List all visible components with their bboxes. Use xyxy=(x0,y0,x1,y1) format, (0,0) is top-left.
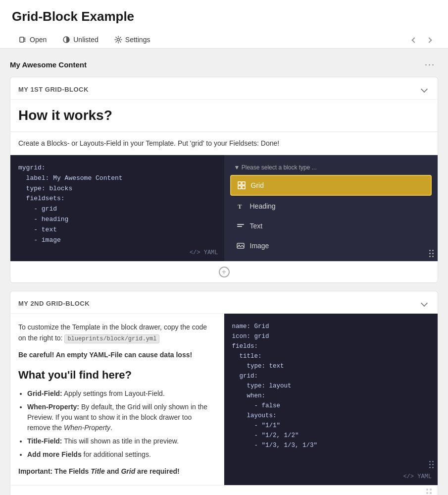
block1-card: My 1st Grid-Block How it works? Create a… xyxy=(10,77,438,283)
next-button[interactable] xyxy=(422,31,436,48)
b2-code-5: type: text xyxy=(232,361,430,371)
drag-dot xyxy=(432,256,434,257)
open-icon xyxy=(19,36,27,44)
drag-dot xyxy=(430,489,432,491)
block2-path: blueprints/block/grid.yml xyxy=(64,334,159,343)
block1-two-col: mygrid: label: My Awesome Content type: … xyxy=(10,155,438,261)
block1-collapse-button[interactable] xyxy=(419,84,430,94)
svg-rect-6 xyxy=(242,186,245,189)
settings-button[interactable]: Settings xyxy=(107,32,157,48)
unlisted-button[interactable]: Unlisted xyxy=(55,32,105,48)
b2-code-12: - "1/2, 1/2" xyxy=(232,431,430,440)
block2-important: Important: The Fields Title and Grid are… xyxy=(18,466,216,477)
b2-code-3: fields: xyxy=(232,341,430,351)
drag-dot xyxy=(426,492,428,494)
code-line-6: - heading xyxy=(18,215,216,225)
ui-item-grid[interactable]: Grid xyxy=(230,175,432,196)
drag-dot xyxy=(430,492,432,494)
open-label: Open xyxy=(30,36,47,44)
b2-code-11: - "1/1" xyxy=(232,421,430,431)
block2-sub-heading: What you'il find here? xyxy=(18,366,216,384)
svg-rect-8 xyxy=(237,224,244,225)
ui-item-heading[interactable]: T Heading xyxy=(230,197,432,216)
ui-item-image[interactable]: Image xyxy=(230,236,432,255)
block2-code-panel: name: Grid icon: grid fields: title: typ… xyxy=(224,314,438,485)
code-line-2: label: My Awesome Content xyxy=(18,173,216,184)
b2-code-9: - false xyxy=(232,401,430,411)
ui-item-text-label: Text xyxy=(250,222,263,230)
ui-item-text[interactable]: Text xyxy=(230,217,432,235)
svg-rect-5 xyxy=(238,186,241,189)
block1-description: Create a Blocks- or Layouts-Field in you… xyxy=(10,132,438,155)
drag-dot xyxy=(429,253,431,254)
code-line-3: type: blocks xyxy=(18,184,216,194)
block1-heading: How it works? xyxy=(18,108,430,123)
ui-item-image-label: Image xyxy=(250,242,269,250)
drag-dot xyxy=(429,467,431,468)
b2-code-6: grid: xyxy=(232,371,430,381)
block1-title: My 1st Grid-Block xyxy=(18,86,89,93)
block2-header: My 2nd Grid-Block xyxy=(10,291,438,314)
drag-dot xyxy=(432,464,434,465)
block2-warning: Be careful! An empty YAML-File can cause… xyxy=(18,349,216,360)
block2-intro: To customize the Template in the block d… xyxy=(18,322,216,344)
chevron-left-icon xyxy=(411,37,417,43)
drag-dot xyxy=(432,461,434,462)
block1-code-panel: mygrid: label: My Awesome Content type: … xyxy=(10,155,224,261)
drag-dot xyxy=(429,461,431,462)
chevron-down-icon-2 xyxy=(421,300,428,307)
add-block-button-1[interactable]: + xyxy=(10,261,438,282)
yaml-tag-2: </> YAML xyxy=(403,473,432,480)
prev-button[interactable] xyxy=(407,31,421,48)
block2-card: My 2nd Grid-Block To customize the Templ… xyxy=(10,291,438,495)
bullet-add-fields: Add more Fields for additional settings. xyxy=(27,449,216,460)
section-title: My Awesome Content xyxy=(10,60,87,69)
drag-dot xyxy=(429,464,431,465)
block2-title: My 2nd Grid-Block xyxy=(18,300,90,307)
page-title: Grid-Block Example xyxy=(12,9,134,24)
ui-item-heading-label: Heading xyxy=(250,202,276,210)
ui-item-grid-label: Grid xyxy=(251,181,264,189)
block1-ui-panel: ▼ Please select a block type ... Grid xyxy=(224,155,438,261)
chevron-right-icon xyxy=(426,37,432,43)
nav-arrows xyxy=(407,31,436,48)
svg-rect-0 xyxy=(20,37,24,42)
chevron-down-icon xyxy=(421,86,428,93)
svg-text:T: T xyxy=(238,203,242,210)
b2-code-4: title: xyxy=(232,351,430,361)
drag-dot xyxy=(429,256,431,257)
block2-two-col: To customize the Template in the block d… xyxy=(10,314,438,485)
code-line-8: - image xyxy=(18,235,216,246)
yaml-tag-1: </> YAML xyxy=(190,249,218,256)
unlisted-label: Unlisted xyxy=(73,36,99,44)
drag-dot xyxy=(432,250,434,251)
svg-rect-9 xyxy=(237,226,242,227)
drag-handle-3[interactable] xyxy=(426,489,432,495)
drag-handle-1[interactable] xyxy=(429,250,434,257)
image-icon xyxy=(236,241,245,250)
b2-code-7: type: layout xyxy=(232,381,430,391)
code-line-4: fieldsets: xyxy=(18,194,216,204)
plus-circle-icon: + xyxy=(219,267,230,277)
drag-dot xyxy=(432,467,434,468)
block2-left: To customize the Template in the block d… xyxy=(10,314,224,485)
block2-drag-row xyxy=(10,485,438,495)
bullet-grid-field: Grid-Field: Apply settings from Layout-F… xyxy=(27,388,216,399)
drag-handle-2[interactable] xyxy=(429,461,434,468)
svg-rect-3 xyxy=(238,182,241,185)
gear-icon xyxy=(114,36,122,44)
b2-code-10: layouts: xyxy=(232,411,430,421)
block2-collapse-button[interactable] xyxy=(419,298,430,308)
code-line-7: - text xyxy=(18,225,216,235)
section-header: My Awesome Content ··· xyxy=(10,58,438,71)
text-icon xyxy=(236,221,245,230)
bullet-title-field: Title-Field: This will shown as title in… xyxy=(27,436,216,446)
code-line-5: - grid xyxy=(18,204,216,215)
grid-icon xyxy=(237,181,246,190)
block1-header: My 1st Grid-Block xyxy=(10,77,438,100)
block-type-header: ▼ Please select a block type ... xyxy=(230,161,432,174)
b2-code-13: - "1/3, 1/3, 1/3" xyxy=(232,440,430,450)
section-menu-button[interactable]: ··· xyxy=(422,58,438,71)
open-button[interactable]: Open xyxy=(12,32,53,48)
heading-icon: T xyxy=(236,202,245,211)
